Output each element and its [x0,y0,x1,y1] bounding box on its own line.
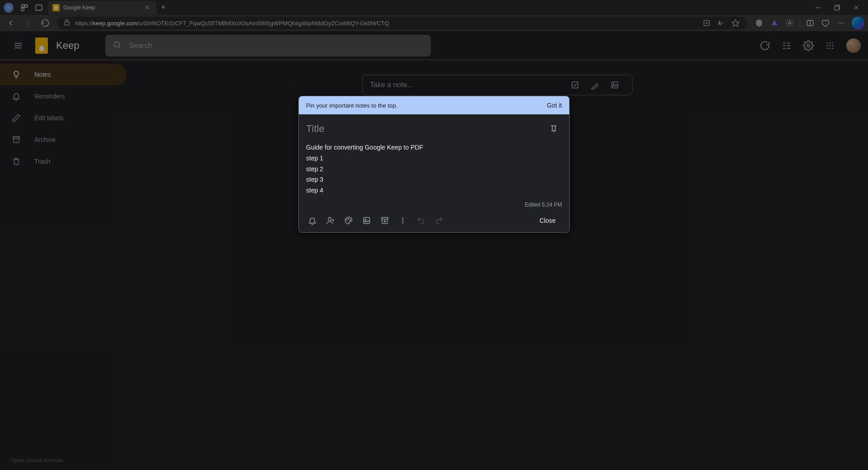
hint-dismiss-button[interactable]: Got it [547,102,562,109]
archive-note-icon[interactable] [376,212,394,229]
svg-point-50 [350,220,351,221]
pin-note-icon[interactable] [546,121,562,137]
note-toolbar: Close [299,211,569,232]
more-icon[interactable] [394,212,412,229]
svg-point-49 [348,218,349,219]
hint-text: Pin your important notes to the top. [306,102,547,109]
svg-point-57 [402,222,404,224]
add-image-icon[interactable] [358,212,376,229]
svg-point-52 [365,219,366,221]
background-options-icon[interactable] [340,212,358,229]
svg-point-56 [402,220,404,221]
svg-rect-53 [382,217,388,219]
collaborator-icon[interactable] [321,212,340,229]
close-note-button[interactable]: Close [530,213,565,228]
undo-icon[interactable] [412,212,430,229]
note-title-row [299,114,569,140]
note-title-input[interactable] [306,123,546,135]
note-editor-modal: Pin your important notes to the top. Got… [298,96,570,233]
pin-hint-bar: Pin your important notes to the top. Got… [299,96,569,114]
modal-overlay[interactable]: Pin your important notes to the top. Got… [0,0,868,470]
edited-timestamp: Edited 5:24 PM [299,201,569,211]
note-body[interactable]: Guide for converting Google Keep to PDF … [299,140,569,201]
svg-rect-51 [363,217,369,223]
svg-point-55 [402,218,404,219]
svg-point-47 [328,217,331,221]
remind-me-icon[interactable] [303,212,321,229]
redo-icon[interactable] [430,212,448,229]
svg-point-48 [346,220,347,221]
